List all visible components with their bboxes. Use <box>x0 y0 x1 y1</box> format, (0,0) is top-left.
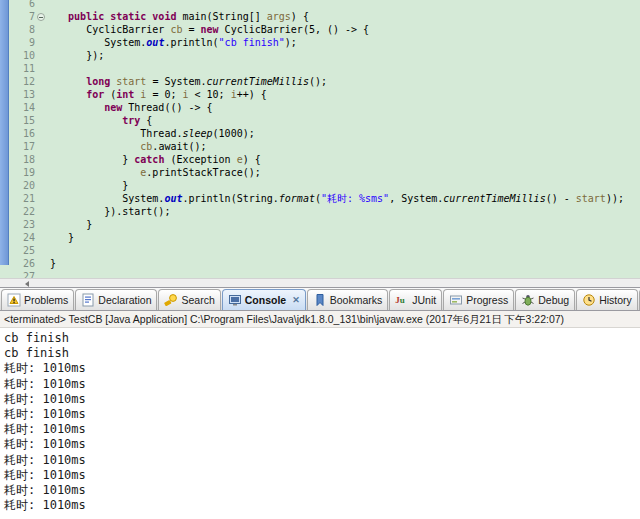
code-token: } <box>122 154 134 165</box>
code-token: new <box>201 24 219 35</box>
tab-label: Progress <box>466 294 508 306</box>
code-line: for (int i = 0; i < 10; i++) { <box>50 88 640 101</box>
tab-label: Search <box>181 294 214 306</box>
console-output[interactable]: cb finishcb finish耗时: 1010ms耗时: 1010ms耗时… <box>0 328 640 519</box>
console-line: 耗时: 1010ms <box>4 483 640 498</box>
line-number: 20 <box>9 179 35 192</box>
code-token: ++) { <box>237 89 267 100</box>
code-line: } <box>50 257 640 270</box>
line-number: 26 <box>9 257 35 270</box>
code-token: } <box>50 258 56 269</box>
history-icon <box>582 293 596 307</box>
code-line: System.out.println("cb finish"); <box>50 36 640 49</box>
scroll-left-arrow-icon[interactable] <box>25 281 29 287</box>
progress-icon <box>449 293 463 307</box>
tab-progress[interactable]: Progress <box>443 289 514 310</box>
code-token: "cb finish" <box>219 37 285 48</box>
line-number: 8 <box>9 23 35 36</box>
tab-close-icon[interactable]: ✕ <box>292 295 300 305</box>
code-line: new Thread(() -> { <box>50 101 640 114</box>
line-number: 9 <box>9 36 35 49</box>
console-line: 耗时: 1010ms <box>4 377 640 392</box>
code-token: = 0; <box>146 89 182 100</box>
tab-label: Console <box>245 294 286 306</box>
tab-problems[interactable]: Problems <box>1 289 74 310</box>
tab-declaration[interactable]: Declaration <box>75 289 157 310</box>
tab-junit[interactable]: JuJUnit <box>389 289 442 310</box>
code-line <box>50 244 640 257</box>
code-token: (); <box>309 76 327 87</box>
line-number: 15 <box>9 114 35 127</box>
code-token: () - <box>546 193 576 204</box>
tab-console[interactable]: Console✕ <box>222 289 306 310</box>
console-line: 耗时: 1010ms <box>4 392 640 407</box>
code-line: } <box>50 231 640 244</box>
search-icon <box>164 293 178 307</box>
code-token: CyclicBarrier <box>86 24 170 35</box>
code-token: }); <box>86 50 104 61</box>
line-number: 22 <box>9 205 35 218</box>
tab-history[interactable]: History <box>576 289 638 310</box>
code-line: CyclicBarrier cb = new CyclicBarrier(5, … <box>50 23 640 36</box>
declaration-icon <box>81 293 95 307</box>
code-token: out <box>146 37 164 48</box>
eclipse-window: 6789101112131415161718192021222324252627… <box>0 0 640 519</box>
tab-search[interactable]: Search <box>158 289 220 310</box>
tab-label: History <box>599 294 632 306</box>
code-line: }).start(); <box>50 205 640 218</box>
code-token: start <box>576 193 606 204</box>
code-token: .await(); <box>152 141 206 152</box>
bookmarks-icon <box>313 293 327 307</box>
line-number: 11 <box>9 62 35 75</box>
line-number: 12 <box>9 75 35 88</box>
code-token: cb <box>170 24 182 35</box>
code-token: = System. <box>146 76 206 87</box>
code-token: int <box>116 89 134 100</box>
code-line <box>50 270 640 278</box>
code-token: } <box>122 180 128 191</box>
line-number: 24 <box>9 231 35 244</box>
line-number: 21 <box>9 192 35 205</box>
console-line: cb finish <box>4 331 640 346</box>
tab-bookmarks[interactable]: Bookmarks <box>307 289 389 310</box>
line-number: 27 <box>9 270 35 278</box>
code-line: } <box>50 218 640 231</box>
code-line: } <box>50 179 640 192</box>
view-tab-bar: ProblemsDeclarationSearchConsole✕Bookmar… <box>0 288 640 311</box>
console-line: 耗时: 1010ms <box>4 437 640 452</box>
code-token: catch <box>134 154 164 165</box>
code-token: new <box>104 102 122 113</box>
code-line: cb.await(); <box>50 140 640 153</box>
code-token: args <box>267 11 291 22</box>
junit-icon: Ju <box>395 293 409 307</box>
java-editor[interactable]: 6789101112131415161718192021222324252627… <box>0 0 640 278</box>
editor-horizontal-scrollbar[interactable] <box>0 278 640 288</box>
tab-debug[interactable]: Debug <box>515 289 575 310</box>
line-number: 17 <box>9 140 35 153</box>
console-line: 耗时: 1010ms <box>4 422 640 437</box>
code-line: System.out.println(String.format("耗时: %s… <box>50 192 640 205</box>
line-number: 19 <box>9 166 35 179</box>
editor-left-marker-bar <box>0 0 9 265</box>
editor-code-lines[interactable]: public static void main(String[] args) {… <box>50 0 640 278</box>
code-token: CyclicBarrier(5, () -> { <box>219 24 370 35</box>
code-token: )); <box>606 193 624 204</box>
code-token: (Exception <box>164 154 236 165</box>
code-token: cb <box>140 141 152 152</box>
code-line: e.printStackTrace(); <box>50 166 640 179</box>
code-token: sleep <box>182 128 212 139</box>
tab-label: JUnit <box>412 294 436 306</box>
code-token: ); <box>285 37 297 48</box>
tab-label: Problems <box>24 294 68 306</box>
code-token: System. <box>122 193 164 204</box>
line-number: 23 <box>9 218 35 231</box>
code-token: format <box>279 193 315 204</box>
console-line: 耗时: 1010ms <box>4 361 640 376</box>
code-token: main(String[] <box>176 11 266 22</box>
console-icon <box>228 293 242 307</box>
fold-collapse-icon[interactable] <box>37 13 45 21</box>
console-line: 耗时: 1010ms <box>4 468 640 483</box>
code-token: .println( <box>164 37 218 48</box>
code-token: .printStackTrace(); <box>146 167 260 178</box>
line-number: 6 <box>9 0 35 10</box>
